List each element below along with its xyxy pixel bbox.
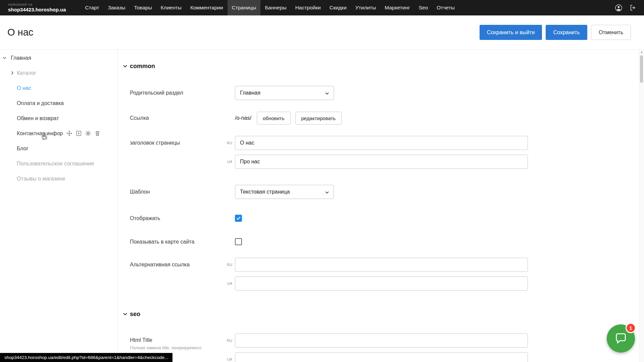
sidebar-item-kontaktnaya-informatsiya[interactable]: Контактная инфор [0, 126, 117, 141]
vertical-scrollbar[interactable]: ▲ [639, 50, 644, 362]
sidebar-item-label: Отзывы о магазине [17, 176, 65, 182]
sidebar-item-obmen-i-vozvrat[interactable]: Обмен и возврат [0, 111, 117, 126]
field-label: Показывать в карте сайта [130, 239, 222, 245]
chat-icon [614, 332, 628, 345]
add-page-icon[interactable] [76, 130, 82, 137]
sidebar-item-glavnaya[interactable]: Главная [0, 50, 117, 65]
edit-link-button[interactable]: редактировать [295, 112, 342, 124]
sidebar-item-o-nas[interactable]: О нас [0, 81, 117, 96]
pages-tree-sidebar: Главная Каталог О нас Оплата и доставка … [0, 50, 118, 362]
display-checkbox[interactable] [235, 215, 242, 222]
move-icon[interactable] [66, 130, 72, 137]
page-header: О нас Сохранить и выйти Сохранить Отмени… [0, 15, 644, 49]
top-navigation: Старт Заказы Товары Клиенты Комментарии … [81, 0, 459, 15]
page-title: О нас [7, 27, 33, 38]
page-title-ua-input[interactable] [235, 155, 528, 169]
field-label: Родительский раздел [130, 90, 222, 96]
chat-launcher[interactable]: 1 [607, 324, 635, 353]
nav-item-marketing[interactable]: Маркетинг [380, 0, 414, 15]
chevron-down-icon[interactable] [3, 57, 11, 59]
field-hint: Полная замена title, генерируемого [130, 345, 222, 351]
lang-badge-ua: UA [222, 281, 232, 286]
select-value: Главная [240, 90, 260, 96]
sidebar-item-label: Обмен и возврат [17, 115, 59, 121]
chevron-down-icon [123, 313, 127, 315]
sidebar-item-label: Контактная инфор [17, 131, 63, 137]
section-title: seo [130, 311, 140, 318]
alt-link-ua-input[interactable] [235, 276, 528, 291]
scrollbar-thumb[interactable] [640, 55, 643, 83]
topbar: HOROSHOP V4 shop34423.horoshop.ua Старт … [0, 0, 644, 15]
nav-item-seo[interactable]: Seo [414, 0, 433, 15]
alt-link-row: Альтернативная ссылка RU UA [130, 258, 639, 291]
trash-icon[interactable] [94, 130, 101, 137]
link-url-statusbar: shop34423.horoshop.ua/edit/edit.php?id=6… [0, 353, 172, 362]
link-path-value: /o-nas/ [235, 115, 251, 121]
parent-section-row: Родительский раздел Главная [130, 86, 639, 100]
sidebar-item-blog[interactable]: Блог [0, 141, 117, 156]
nav-item-clients[interactable]: Клиенты [156, 0, 186, 15]
parent-section-select[interactable]: Главная [235, 86, 334, 100]
page-title-row: заголовок страницы RU UA [130, 136, 639, 169]
save-and-exit-button[interactable]: Сохранить и выйти [480, 25, 542, 40]
display-row: Отображать [130, 215, 639, 222]
sidebar-item-label: Оплата и доставка [17, 100, 64, 106]
field-label: Альтернативная ссылка [130, 258, 222, 272]
sidebar-item-label: Блог [17, 146, 29, 152]
chevron-down-icon [325, 189, 329, 195]
page-title-ru-input[interactable] [235, 136, 528, 150]
sidebar-item-polzovatelskoe-soglashenie[interactable]: Пользовательское соглашение [0, 156, 117, 171]
refresh-link-button[interactable]: обновить [257, 112, 291, 124]
nav-item-start[interactable]: Старт [81, 0, 104, 15]
chevron-down-icon [123, 65, 127, 67]
chat-unread-badge: 1 [626, 323, 636, 333]
brand[interactable]: HOROSHOP V4 shop34423.horoshop.ua [8, 0, 66, 15]
select-value: Текстовая страница [240, 189, 290, 195]
sitemap-row: Показывать в карте сайта [130, 238, 639, 245]
html-title-ru-input[interactable] [235, 333, 528, 348]
save-button[interactable]: Сохранить [546, 25, 587, 40]
nav-item-settings[interactable]: Настройки [291, 0, 325, 15]
sidebar-item-oplata-i-dostavka[interactable]: Оплата и доставка [0, 96, 117, 111]
brand-version-label: HOROSHOP V4 [8, 3, 66, 6]
cancel-button[interactable]: Отменить [591, 25, 631, 40]
account-icon[interactable] [615, 4, 623, 12]
sidebar-item-label: Пользовательское соглашение [17, 161, 94, 167]
field-label: Отображать [130, 215, 222, 221]
scroll-up-arrow[interactable]: ▲ [639, 50, 644, 55]
field-label-block: Html Title Полная замена title, генериру… [130, 333, 222, 351]
sidebar-item-label: Главная [11, 55, 31, 61]
html-title-ua-input[interactable] [235, 352, 528, 362]
field-label: Ссылка [130, 115, 222, 121]
nav-item-utilities[interactable]: Утилиты [351, 0, 381, 15]
sidebar-item-katalog[interactable]: Каталог [0, 65, 117, 81]
section-common[interactable]: common [123, 62, 639, 70]
lang-badge-ru: RU [222, 263, 232, 267]
nav-item-discounts[interactable]: Скидки [325, 0, 351, 15]
logout-icon[interactable] [629, 4, 637, 11]
template-row: Шаблон Текстовая страница [130, 185, 639, 199]
alt-link-ru-input[interactable] [235, 258, 528, 272]
field-label: заголовок страницы [130, 136, 222, 150]
field-label: Html Title [130, 337, 222, 343]
pages-tree: Главная Каталог О нас Оплата и доставка … [0, 50, 117, 186]
nav-item-pages[interactable]: Страницы [228, 0, 261, 15]
gear-icon[interactable] [85, 130, 91, 137]
section-seo[interactable]: seo [123, 310, 639, 318]
page-edit-form: common Родительский раздел Главная Ссылк… [118, 50, 639, 362]
brand-domain-label: shop34423.horoshop.ua [8, 7, 66, 12]
template-select[interactable]: Текстовая страница [235, 185, 334, 199]
section-title: common [130, 63, 155, 70]
sitemap-checkbox[interactable] [235, 238, 242, 245]
nav-item-comments[interactable]: Комментарии [186, 0, 228, 15]
nav-item-reports[interactable]: Отчеты [432, 0, 459, 15]
lang-badge-ru: RU [222, 339, 232, 343]
sidebar-item-otzyvy-o-magazine[interactable]: Отзывы о магазине [0, 171, 117, 186]
nav-item-banners[interactable]: Баннеры [260, 0, 291, 15]
chevron-down-icon [325, 90, 329, 96]
link-row: Ссылка /o-nas/ обновить редактировать [130, 112, 639, 124]
nav-item-products[interactable]: Товары [130, 0, 156, 15]
chevron-right-icon[interactable] [11, 71, 17, 75]
content-divider [0, 49, 644, 50]
nav-item-orders[interactable]: Заказы [104, 0, 130, 15]
